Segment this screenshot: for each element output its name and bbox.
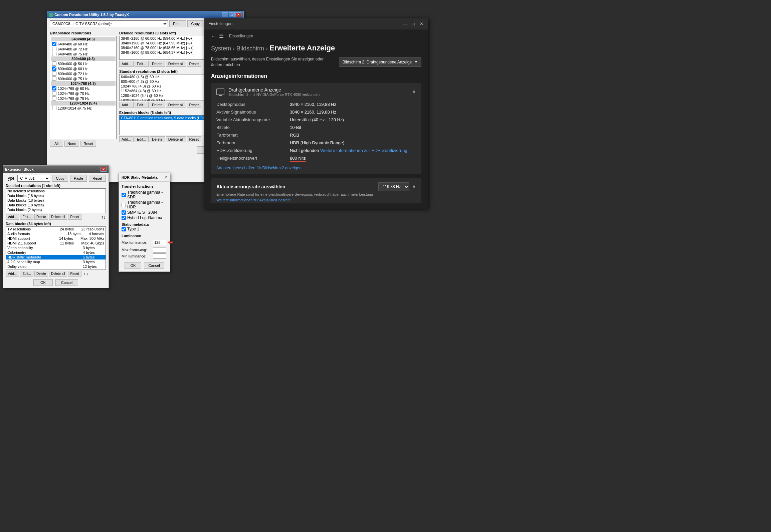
db-dolby[interactable]: Dolby video12 bytes bbox=[6, 264, 106, 269]
db-hdmi[interactable]: HDMI support14 bytesMax: 300 MHz bbox=[6, 236, 106, 241]
ext-ok-button[interactable]: OK bbox=[33, 279, 53, 286]
ext-det-up-down[interactable]: ↑↓ bbox=[101, 214, 106, 220]
res-800-72[interactable]: 800×600 @ 72 Hz bbox=[51, 71, 116, 76]
ext-cancel-button[interactable]: Cancel bbox=[55, 279, 78, 286]
db-up-icon[interactable]: ↑ bbox=[84, 272, 86, 276]
ext-detailed-data-2[interactable]: Data blocks (18 bytes) bbox=[6, 198, 106, 203]
max-luminance-input[interactable] bbox=[153, 240, 166, 245]
ext-delete-all-button[interactable]: Delete all bbox=[166, 136, 186, 142]
res-1024-70[interactable]: 1024×768 @ 70 Hz bbox=[51, 91, 116, 96]
adapter-link[interactable]: Adaptereigenschaften für Bildschirm 2 an… bbox=[216, 166, 302, 170]
std-add-button[interactable]: Add... bbox=[119, 102, 134, 108]
ext-paste-button[interactable]: Paste bbox=[70, 175, 87, 182]
res-1024-75[interactable]: 1024×768 @ 75 Hz bbox=[51, 96, 116, 101]
cb-smpte[interactable]: SMPTE ST 2084 bbox=[122, 210, 167, 215]
hdr-close-button[interactable]: × bbox=[165, 175, 167, 180]
ext-edit-button[interactable]: Edit... bbox=[135, 136, 149, 142]
db-delete-all-button[interactable]: Delete all bbox=[49, 271, 67, 277]
maximize-button[interactable]: □ bbox=[229, 12, 235, 17]
data-blocks-list[interactable]: TV resolutions24 bytes23 resolutions Aud… bbox=[6, 226, 106, 270]
hdr-cancel-button[interactable]: Cancel bbox=[144, 262, 164, 269]
ext-detailed-data-1[interactable]: Data blocks (18 bytes) bbox=[6, 193, 106, 198]
display-card-header[interactable]: Drahtgebundene Anzeige Bildschirm 2: mit… bbox=[211, 83, 421, 101]
db-colorimetry[interactable]: Colorimetry4 bytes bbox=[6, 250, 106, 255]
settings-back-button[interactable]: ← bbox=[211, 33, 216, 39]
res-800-75[interactable]: 800×600 @ 75 Hz bbox=[51, 76, 116, 81]
ext-detailed-list[interactable]: No detailed resolutions Data blocks (18 … bbox=[6, 188, 106, 213]
detailed-add-button[interactable]: Add... bbox=[119, 61, 134, 67]
db-reset-button[interactable]: Reset bbox=[68, 271, 81, 277]
res-640-72[interactable]: 640×480 @ 72 Hz bbox=[51, 46, 116, 51]
std-delete-all-button[interactable]: Delete all bbox=[166, 102, 186, 108]
ext-detailed-no-res[interactable]: No detailed resolutions bbox=[6, 189, 106, 193]
res-800-60[interactable]: 800×600 @ 60 Hz bbox=[51, 66, 116, 71]
db-420-cap[interactable]: 4:2:0 capability map3 bytes bbox=[6, 259, 106, 264]
std-edit-button[interactable]: Edit... bbox=[135, 102, 149, 108]
ext-copy-button[interactable]: Copy bbox=[52, 175, 68, 182]
max-frame-avg-input[interactable] bbox=[153, 247, 166, 252]
rate-section-link[interactable]: Weitere Informationen zur Aktualisierung… bbox=[216, 198, 291, 202]
hdr-cert-link[interactable]: Weitere Informationen zur HDR-Zertifizie… bbox=[320, 148, 407, 153]
ext-detailed-data-4[interactable]: Data blocks (2 bytes) bbox=[6, 207, 106, 212]
ext-reset-button[interactable]: Reset bbox=[187, 136, 201, 142]
detailed-delete-all-button[interactable]: Delete all bbox=[166, 61, 186, 67]
rate-collapse-icon[interactable]: ∧ bbox=[412, 183, 416, 190]
hdr-ok-button[interactable]: OK bbox=[125, 262, 141, 269]
hdr-titlebar: HDR Static Metadata × bbox=[119, 173, 170, 182]
db-down-icon[interactable]: ↓ bbox=[87, 272, 89, 276]
ext-reset-button[interactable]: Reset bbox=[89, 175, 106, 182]
res-800-56[interactable]: 800×600 @ 56 Hz bbox=[51, 61, 116, 66]
ext-det-add-button[interactable]: Add... bbox=[6, 214, 19, 220]
display-card-collapse-icon[interactable]: ∧ bbox=[412, 88, 416, 95]
std-reset-button[interactable]: Reset bbox=[187, 102, 201, 108]
min-luminance-input[interactable] bbox=[153, 253, 166, 259]
copy-button[interactable]: Copy bbox=[187, 20, 203, 27]
res-1024-60[interactable]: 1024×768 @ 60 Hz bbox=[51, 86, 116, 91]
db-tv-res[interactable]: TV resolutions24 bytes23 resolutions bbox=[6, 227, 106, 231]
minimize-button[interactable]: ─ bbox=[222, 12, 228, 17]
cb-trad-sdr[interactable]: Traditional gamma - SDR bbox=[122, 190, 167, 200]
ext-det-delete-button[interactable]: Delete bbox=[34, 214, 48, 220]
detailed-reset-button[interactable]: Reset bbox=[187, 61, 201, 67]
chevron-down-icon: ▼ bbox=[414, 60, 418, 64]
db-hdmi21[interactable]: HDMI 2.1 support11 bytesMax: 40 Gbps bbox=[6, 241, 106, 245]
ext-det-delete-all-button[interactable]: Delete all bbox=[49, 214, 67, 220]
ext-add-button[interactable]: Add... bbox=[119, 136, 134, 142]
db-audio[interactable]: Audio formats13 bytes4 formats bbox=[6, 231, 106, 236]
reset-established-button[interactable]: Reset bbox=[80, 141, 96, 147]
res-1280-75[interactable]: 1280×1024 @ 75 Hz bbox=[51, 106, 116, 111]
max-frame-avg-label: Max frame-avg: bbox=[122, 248, 152, 252]
all-button[interactable]: All bbox=[50, 141, 63, 147]
res-640-75[interactable]: 640×480 @ 75 Hz bbox=[51, 51, 116, 56]
db-hdr-meta[interactable]: HDR static metadata5 bytes bbox=[6, 255, 106, 259]
cb-type1[interactable]: Type 1 bbox=[122, 226, 167, 232]
type-dropdown[interactable]: CTA-861 bbox=[17, 175, 50, 182]
screen-selector-dropdown[interactable]: Bildschirm 2: Drahtgebundene Anzeige ▼ bbox=[339, 57, 421, 67]
detailed-edit-button[interactable]: Edit... bbox=[135, 61, 149, 67]
ext-detailed-data-3[interactable]: Data blocks (18 bytes) bbox=[6, 203, 106, 207]
monitor-dropdown[interactable]: GSMC0C8 - LG TV SSCR2 (active)* bbox=[50, 20, 168, 27]
settings-menu-button[interactable]: ☰ bbox=[219, 33, 224, 39]
rate-dropdown[interactable]: 119,88 Hz bbox=[378, 182, 409, 191]
settings-minimize-button[interactable]: — bbox=[403, 21, 408, 26]
settings-maximize-button[interactable]: □ bbox=[411, 21, 416, 26]
db-edit-button[interactable]: Edit... bbox=[20, 271, 33, 277]
res-640-60[interactable]: 640×480 @ 60 Hz bbox=[51, 41, 116, 46]
settings-close-button[interactable]: ✕ bbox=[419, 21, 424, 26]
db-delete-button[interactable]: Delete bbox=[34, 271, 48, 277]
close-button[interactable]: ✕ bbox=[235, 12, 241, 17]
ext-close-button[interactable]: ✕ bbox=[101, 167, 107, 172]
none-button[interactable]: None bbox=[64, 141, 79, 147]
ext-delete-button[interactable]: Delete bbox=[150, 136, 165, 142]
cb-trad-hdr[interactable]: Traditional gamma - HDR bbox=[122, 200, 167, 210]
edit-button[interactable]: Edit... bbox=[169, 20, 186, 27]
cb-hlg[interactable]: Hybrid Log-Gamma bbox=[122, 215, 167, 220]
ext-det-reset-button[interactable]: Reset bbox=[68, 214, 81, 220]
db-video-cap[interactable]: Video capability3 bytes bbox=[6, 245, 106, 250]
established-resolutions-list[interactable]: 640×480 (4:3) 640×480 @ 60 Hz 640×480 @ … bbox=[50, 36, 117, 139]
std-delete-button[interactable]: Delete bbox=[150, 102, 165, 108]
db-add-button[interactable]: Add... bbox=[6, 271, 19, 277]
settings-header: System › Bildschirm › Erweiterte Anzeige bbox=[204, 42, 428, 56]
ext-det-edit-button[interactable]: Edit... bbox=[20, 214, 33, 220]
detailed-delete-button[interactable]: Delete bbox=[150, 61, 165, 67]
